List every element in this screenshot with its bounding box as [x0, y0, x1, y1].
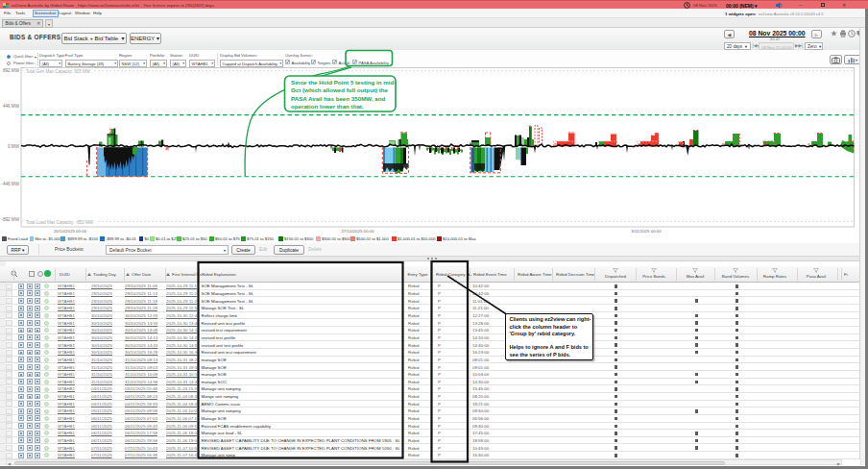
svg-text:Total Load Max Capacity: -850: Total Load Max Capacity: -850 MW [26, 220, 94, 225]
svg-text:3/11/2025 00:00: 3/11/2025 00:00 [631, 229, 662, 234]
svg-text:-446 MW: -446 MW [1, 182, 19, 186]
svg-text:20/10/2025 00:00: 20/10/2025 00:00 [54, 229, 87, 234]
svg-text:892 MW: 892 MW [3, 68, 20, 73]
svg-text:446 MW: 446 MW [3, 104, 20, 109]
svg-text:0 MW: 0 MW [8, 144, 20, 149]
svg-text:Total Gen Max Capacity: 905 MW: Total Gen Max Capacity: 905 MW [26, 69, 91, 74]
svg-text:-892 MW: -892 MW [1, 217, 19, 222]
svg-text:27/10/2025 00:00: 27/10/2025 00:00 [341, 229, 374, 234]
